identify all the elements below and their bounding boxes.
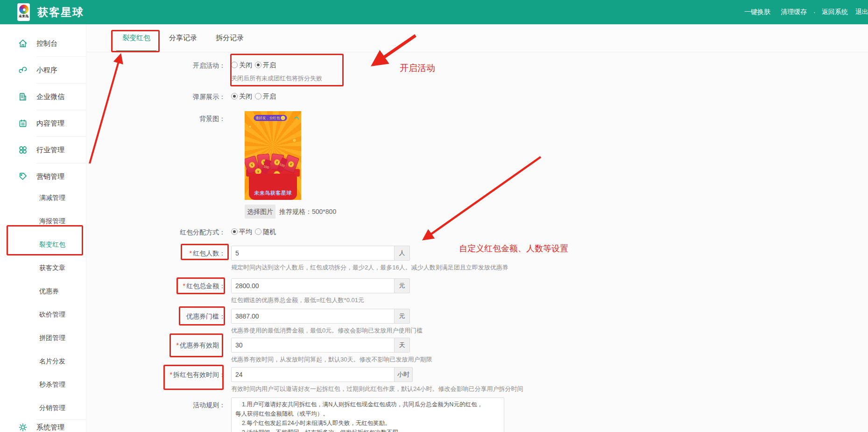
sidebar-sub-item-coupon[interactable]: 优惠券: [0, 279, 86, 303]
unit-label: 天: [395, 338, 410, 353]
sidebar-sub-item-fission-redpacket[interactable]: 裂变红包: [0, 233, 86, 256]
field-hint: 关闭后所有未成团红包将拆分失败: [231, 74, 670, 82]
row-total-amount: *红包总金额： 元 红包赠送的优惠券总金额，最低=红包人数*0.01元: [86, 278, 670, 304]
tab-bar: 裂变红包 分享记录 拆分记录: [87, 24, 868, 52]
redpacket-bag: 未来鸟获客星球: [249, 174, 297, 200]
sidebar: 控制台 小程序 企业微信 内容管理 行业管理: [0, 24, 86, 432]
field-label: *红包人数：: [86, 246, 231, 271]
field-label: *拆红包有效时间：: [86, 367, 231, 393]
row-activity-rules: 活动规则：: [86, 397, 670, 432]
divider: [36, 419, 86, 420]
sidebar-item-industry[interactable]: 行业管理: [0, 137, 86, 163]
logo-text: 未来鸟: [17, 14, 30, 18]
image-spec-hint: 推荐规格：500*800: [279, 205, 336, 219]
promo-caption: 未来鸟获客星球: [249, 190, 297, 197]
page: 未来鸟 获客星球 一键换肤 清理缓存 · 返回系统 退出 控制台 小程序 企业微: [0, 0, 868, 432]
sidebar-sub-item-poster[interactable]: 海报管理: [0, 209, 86, 233]
coupon-threshold-input[interactable]: [231, 309, 395, 324]
sidebar-sub-item-groupbuy[interactable]: 拼团管理: [0, 326, 86, 349]
field-label: 开启活动：: [86, 61, 231, 82]
sidebar-item-system[interactable]: 系统管理: [0, 422, 86, 432]
total-amount-input[interactable]: [231, 278, 395, 293]
coin-decoration: [292, 138, 296, 142]
promo-badge: 邀好友，分红包↓: [254, 115, 287, 121]
background-image-preview: 邀好友，分红包↓ ¥ ¥ ¥ ¥ 100 100 ¥ ¥ 未来鸟获客星球: [245, 111, 301, 200]
nav-dot-separator: ·: [813, 8, 816, 16]
nav-logout[interactable]: 退出: [855, 8, 868, 16]
radio-allocation-random[interactable]: [255, 228, 261, 235]
sidebar-item-content[interactable]: 内容管理: [0, 110, 86, 136]
field-label: *红包总金额：: [86, 278, 231, 304]
header-nav: 一键换肤 清理缓存 · 返回系统 退出: [744, 0, 868, 24]
nav-change-skin[interactable]: 一键换肤: [744, 8, 770, 16]
building-icon: [18, 92, 28, 102]
row-coupon-threshold: 优惠券门槛： 元 优惠券使用的最低消费金额，最低0元。修改会影响已发放用户使用门…: [86, 309, 670, 334]
field-label: 活动规则：: [86, 397, 231, 432]
row-open-activity: 开启活动： 关闭开启 关闭后所有未成团红包将拆分失败: [86, 61, 670, 82]
choose-image-button[interactable]: 选择图片: [245, 205, 275, 219]
radio-popup-on[interactable]: [255, 93, 261, 99]
coupon-validity-input[interactable]: [231, 338, 395, 353]
field-hint: 规定时间内达到这个人数后，红包成功拆分，最少2人，最多16人。减少人数则满足团且…: [231, 263, 670, 271]
miniprogram-icon: [18, 65, 28, 75]
sidebar-sub-item-distribution[interactable]: 分销管理: [0, 396, 86, 419]
clipboard-icon: [18, 118, 28, 128]
field-label: 弹屏展示：: [86, 92, 231, 101]
tab-fission-redpacket[interactable]: 裂变红包: [116, 24, 156, 52]
field-label: 背景图：: [86, 111, 231, 219]
sidebar-sub-item-card-distribute[interactable]: 名片分发: [0, 349, 86, 373]
open-time-input[interactable]: [231, 367, 395, 382]
activity-rules-textarea[interactable]: [231, 397, 504, 432]
field-hint: 优惠券使用的最低消费金额，最低0元。修改会影响已发放用户使用门槛: [231, 326, 670, 334]
coin-decoration: [248, 125, 252, 128]
sidebar-item-miniprogram[interactable]: 小程序: [0, 57, 86, 83]
row-popup-display: 弹屏展示： 关闭开启: [86, 92, 670, 101]
sidebar-sub-item-acquisition-article[interactable]: 获客文章: [0, 256, 86, 279]
unit-label: 元: [395, 278, 410, 293]
nav-return-system[interactable]: 返回系统: [822, 8, 848, 16]
sidebar-sub-item-bargain[interactable]: 砍价管理: [0, 303, 86, 326]
clover-grid-icon: [18, 145, 28, 155]
unit-label: 人: [395, 246, 410, 261]
row-background-image: 背景图： 邀好友，分红包↓ ¥ ¥ ¥ ¥ 100 100 ¥ ¥ 未来鸟获客星…: [86, 111, 670, 219]
gear-icon: [18, 422, 28, 432]
unit-label: 小时: [395, 367, 413, 382]
field-hint: 有效时间内用户可以邀请好友一起拆红包，过期则此红包作废，默认24小时。修改会影响…: [231, 385, 670, 393]
unit-label: 元: [395, 309, 410, 324]
people-count-input[interactable]: [231, 246, 395, 261]
radio-open-activity-on[interactable]: [255, 62, 261, 68]
row-coupon-validity: *优惠券有效期： 天 优惠券有效时间，从发放时间算起，默认30天。修改不影响已发…: [86, 338, 670, 363]
home-icon: [18, 38, 28, 49]
radio-popup-off[interactable]: [231, 93, 238, 99]
sidebar-item-console[interactable]: 控制台: [0, 30, 86, 57]
tab-share-records[interactable]: 分享记录: [163, 24, 203, 52]
field-label: 红包分配方式：: [86, 227, 231, 237]
nav-clear-cache[interactable]: 清理缓存: [781, 8, 807, 16]
row-people-count: *红包人数： 人 规定时间内达到这个人数后，红包成功拆分，最少2人，最多16人。…: [86, 246, 670, 271]
row-allocation-method: 红包分配方式： 平均随机: [86, 227, 670, 237]
field-label: *优惠券有效期：: [86, 338, 231, 363]
app-logo: 未来鸟: [17, 3, 30, 21]
field-label: 优惠券门槛：: [86, 309, 231, 334]
radio-open-activity-off[interactable]: [231, 62, 238, 68]
field-hint: 优惠券有效时间，从发放时间算起，默认30天。修改不影响已发放用户期限: [231, 355, 670, 363]
tag-icon: [18, 171, 28, 182]
logo-swirl-icon: [19, 5, 28, 14]
row-open-time: *拆红包有效时间： 小时 有效时间内用户可以邀请好友一起拆红包，过期则此红包作废…: [86, 367, 670, 393]
app-title: 获客星球: [37, 0, 84, 24]
sidebar-sub-item-seckill[interactable]: 秒杀管理: [0, 373, 86, 396]
down-arrow-icon: ↓: [281, 116, 285, 120]
app-header: 未来鸟 获客星球 一键换肤 清理缓存 · 返回系统 退出: [0, 0, 868, 24]
tab-split-records[interactable]: 拆分记录: [210, 24, 250, 52]
sidebar-sub-item-full-reduction[interactable]: 满减管理: [0, 186, 86, 209]
radio-allocation-average[interactable]: [231, 228, 238, 235]
marketing-submenu: 满减管理 海报管理 裂变红包 获客文章 优惠券 砍价管理 拼团管理 名片分发 秒…: [0, 186, 86, 419]
sidebar-item-wecom[interactable]: 企业微信: [0, 84, 86, 110]
field-hint: 红包赠送的优惠券总金额，最低=红包人数*0.01元: [231, 296, 670, 304]
